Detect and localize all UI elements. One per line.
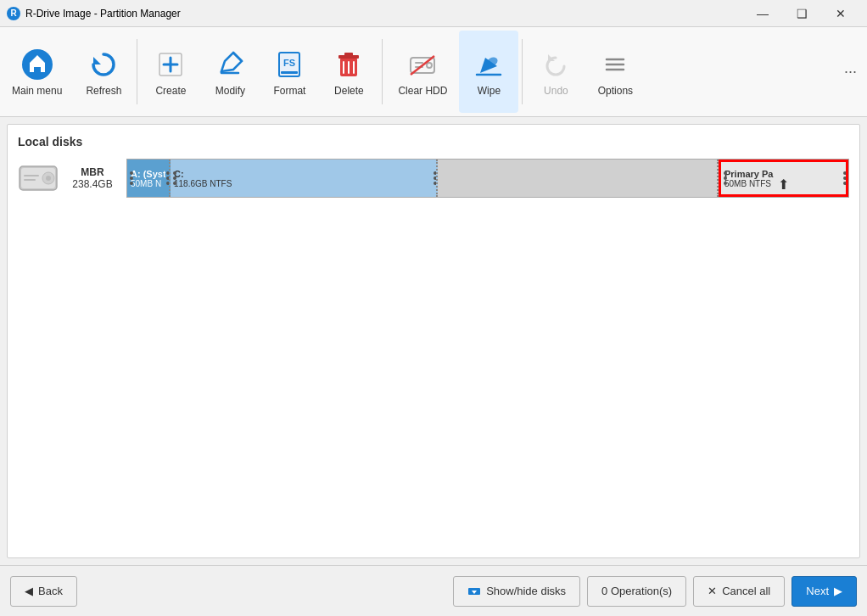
toolbar-refresh[interactable]: Refresh [74, 31, 133, 113]
toolbar: Main menu Refresh Create [0, 27, 867, 117]
create-label: Create [155, 85, 186, 97]
options-label: Options [598, 85, 633, 97]
next-label: Next [806, 585, 829, 597]
home-icon [20, 48, 54, 81]
delete-label: Delete [334, 85, 364, 97]
refresh-label: Refresh [86, 85, 121, 97]
cancel-all-label: Cancel all [722, 585, 770, 597]
toolbar-clear-hdd[interactable]: Clear HDD [386, 31, 459, 113]
svg-line-19 [411, 56, 434, 75]
toolbar-main-menu[interactable]: Main menu [0, 31, 74, 113]
partition-1-drag-left[interactable] [128, 160, 135, 197]
format-icon: FS [272, 48, 306, 81]
next-arrow-icon: ▶ [834, 585, 842, 597]
back-button[interactable]: ◀ Back [10, 576, 77, 607]
wipe-label: Wipe [478, 85, 501, 97]
modify-icon [213, 48, 247, 81]
maximize-button[interactable]: ❑ [782, 0, 821, 27]
main-menu-label: Main menu [12, 85, 62, 97]
svg-marker-1 [93, 57, 101, 64]
toolbar-sep-2 [382, 39, 383, 104]
svg-rect-8 [281, 71, 298, 74]
disk-info: MBR 238.4GB [67, 166, 118, 190]
partition-2-drag-right[interactable] [432, 160, 438, 197]
disk-type: MBR [81, 166, 103, 178]
svg-rect-14 [344, 53, 353, 56]
toolbar-delete[interactable]: Delete [319, 31, 378, 113]
undo-label: Undo [544, 85, 568, 97]
footer-center: Show/hide disks 0 Operation(s) ✕ Cancel … [453, 576, 857, 607]
clear-hdd-icon [406, 48, 439, 81]
partition-4-drag-right[interactable] [842, 162, 848, 194]
disk-row: MBR 238.4GB A: (Syst 50MB N C: 118.6GB N… [18, 159, 849, 198]
operations-label: 0 Operation(s) [601, 585, 672, 597]
toolbar-undo[interactable]: Undo [526, 31, 585, 113]
svg-rect-30 [24, 175, 39, 176]
delete-icon [332, 48, 366, 81]
toolbar-options[interactable]: Options [585, 31, 645, 113]
partition-1[interactable]: A: (Syst 50MB N [127, 160, 171, 197]
operations-button[interactable]: 0 Operation(s) [587, 576, 686, 607]
partition-2[interactable]: C: 118.6GB NTFS [171, 160, 438, 197]
title-bar: R R-Drive Image - Partition Manager — ❑ … [0, 0, 867, 27]
minimize-button[interactable]: — [743, 0, 782, 27]
partition-2-drag-left[interactable] [171, 160, 178, 197]
toolbar-modify[interactable]: Modify [200, 31, 260, 113]
options-icon [598, 48, 632, 81]
toolbar-sep-1 [137, 39, 137, 104]
back-label: Back [38, 585, 63, 597]
close-button[interactable]: ✕ [821, 0, 860, 27]
cancel-all-button[interactable]: ✕ Cancel all [693, 576, 785, 607]
svg-rect-31 [24, 179, 36, 181]
disk-size: 238.4GB [72, 178, 112, 190]
wipe-icon [472, 48, 506, 81]
more-button[interactable]: ··· [834, 31, 867, 113]
svg-point-29 [46, 176, 51, 181]
show-hide-disks-button[interactable]: Show/hide disks [453, 576, 580, 607]
section-title: Local disks [18, 135, 849, 148]
partition-2-name: C: [174, 169, 433, 179]
partition-1-size: 50MB N [131, 179, 165, 188]
more-icon: ··· [844, 63, 857, 81]
undo-icon [539, 48, 573, 81]
modify-label: Modify [215, 85, 245, 97]
partition-1-drag-right[interactable] [165, 160, 171, 197]
partition-1-name: A: (Syst [131, 169, 165, 179]
toolbar-format[interactable]: FS Format [260, 31, 319, 113]
partition-4-size: 50MB NTFS [724, 179, 842, 188]
partition-4[interactable]: Primary Pa 50MB NTFS ⬆ [719, 160, 848, 197]
back-arrow-icon: ◀ [25, 585, 33, 597]
svg-text:FS: FS [283, 58, 295, 68]
partition-bar: A: (Syst 50MB N C: 118.6GB NTFS [126, 159, 849, 198]
toolbar-wipe[interactable]: Wipe [459, 31, 518, 113]
next-button[interactable]: Next ▶ [791, 576, 857, 607]
show-hide-icon [467, 584, 481, 598]
partition-4-name: Primary Pa [724, 169, 842, 179]
main-content: Local disks MBR 238.4GB A: (Syst 50MB N [7, 124, 860, 558]
partition-3[interactable] [438, 160, 719, 197]
cancel-icon: ✕ [708, 585, 717, 597]
disk-icon [18, 163, 59, 193]
show-hide-disks-label: Show/hide disks [486, 585, 566, 597]
footer: ◀ Back Show/hide disks 0 Operation(s) ✕ … [0, 565, 867, 616]
partition-4-drag-left[interactable] [722, 162, 729, 194]
toolbar-sep-3 [522, 39, 523, 104]
create-icon [154, 48, 187, 81]
format-label: Format [273, 85, 305, 97]
svg-point-16 [427, 63, 432, 68]
title-bar-text: R-Drive Image - Partition Manager [25, 8, 743, 20]
clear-hdd-label: Clear HDD [398, 85, 447, 97]
partition-2-size: 118.6GB NTFS [174, 179, 433, 188]
toolbar-create[interactable]: Create [141, 31, 200, 113]
title-bar-controls: — ❑ ✕ [743, 0, 860, 27]
app-icon: R [7, 7, 20, 20]
refresh-icon [87, 48, 120, 81]
